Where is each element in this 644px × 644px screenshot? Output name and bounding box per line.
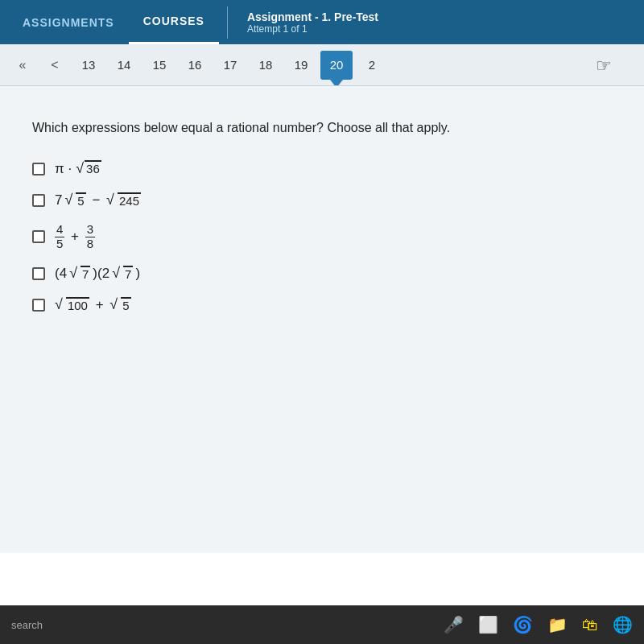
nav-num-14[interactable]: 14 bbox=[108, 51, 140, 80]
checkbox-2[interactable] bbox=[32, 194, 45, 207]
nav-assignment-info: Assignment - 1. Pre-Test Attempt 1 of 1 bbox=[236, 10, 378, 35]
option-4[interactable]: (4√7)(2√7) bbox=[32, 265, 612, 282]
option-3[interactable]: 4 5 + 3 8 bbox=[32, 223, 612, 250]
taskbar: search 🎤 ⬜ 🌀 📁 🛍 🌐 bbox=[0, 605, 644, 644]
nav-num-21[interactable]: 2 bbox=[356, 51, 388, 80]
cursor-icon: ☞ bbox=[596, 56, 612, 76]
top-navigation: ASSIGNMENTS COURSES Assignment - 1. Pre-… bbox=[0, 0, 644, 44]
taskbar-folder-icon[interactable]: 📁 bbox=[547, 615, 568, 634]
question-text: Which expressions below equal a rational… bbox=[32, 118, 612, 138]
checkbox-4[interactable] bbox=[32, 267, 45, 280]
nav-num-13[interactable]: 13 bbox=[72, 51, 105, 80]
nav-num-20[interactable]: 20 bbox=[320, 51, 353, 80]
taskbar-icons: 🎤 ⬜ 🌀 📁 🛍 🌐 bbox=[444, 615, 633, 634]
option-5-label: √100 + √5 bbox=[55, 296, 131, 313]
nav-courses[interactable]: COURSES bbox=[129, 0, 219, 44]
main-content: Which expressions below equal a rational… bbox=[0, 86, 644, 553]
taskbar-desktop-icon[interactable]: ⬜ bbox=[478, 615, 498, 634]
checkbox-3[interactable] bbox=[32, 230, 45, 243]
options-list: π · √36 7√5 − √245 4 5 + bbox=[32, 160, 612, 313]
option-3-label: 4 5 + 3 8 bbox=[55, 223, 95, 250]
fraction-3-8: 3 8 bbox=[85, 223, 95, 250]
option-2[interactable]: 7√5 − √245 bbox=[32, 192, 612, 208]
nav-assignment-title: Assignment - 1. Pre-Test bbox=[247, 10, 378, 23]
nav-first-button[interactable]: « bbox=[8, 51, 37, 80]
nav-divider bbox=[227, 6, 228, 39]
nav-prev-button[interactable]: < bbox=[40, 51, 69, 80]
nav-num-17[interactable]: 17 bbox=[214, 51, 246, 80]
option-2-label: 7√5 − √245 bbox=[55, 192, 141, 208]
option-4-label: (4√7)(2√7) bbox=[55, 265, 140, 282]
fraction-4-5: 4 5 bbox=[55, 223, 64, 250]
nav-assignments[interactable]: ASSIGNMENTS bbox=[8, 16, 129, 29]
option-1[interactable]: π · √36 bbox=[32, 160, 612, 177]
checkbox-5[interactable] bbox=[32, 299, 45, 312]
checkbox-1[interactable] bbox=[32, 163, 45, 175]
option-1-label: π · √36 bbox=[55, 160, 101, 177]
taskbar-search-label[interactable]: search bbox=[11, 619, 43, 631]
nav-num-16[interactable]: 16 bbox=[179, 51, 211, 80]
taskbar-chrome-icon[interactable]: 🌐 bbox=[613, 615, 633, 634]
nav-attempt-label: Attempt 1 of 1 bbox=[247, 23, 378, 35]
nav-num-18[interactable]: 18 bbox=[250, 51, 282, 80]
taskbar-edge-icon[interactable]: 🌀 bbox=[513, 615, 533, 634]
nav-num-15[interactable]: 15 bbox=[143, 51, 175, 80]
nav-num-19[interactable]: 19 bbox=[285, 51, 317, 80]
option-5[interactable]: √100 + √5 bbox=[32, 296, 612, 313]
taskbar-store-icon[interactable]: 🛍 bbox=[582, 616, 598, 634]
taskbar-mic-icon[interactable]: 🎤 bbox=[444, 615, 464, 634]
question-navigation: « < 13 14 15 16 17 18 19 20 2 ☞ bbox=[0, 44, 644, 86]
